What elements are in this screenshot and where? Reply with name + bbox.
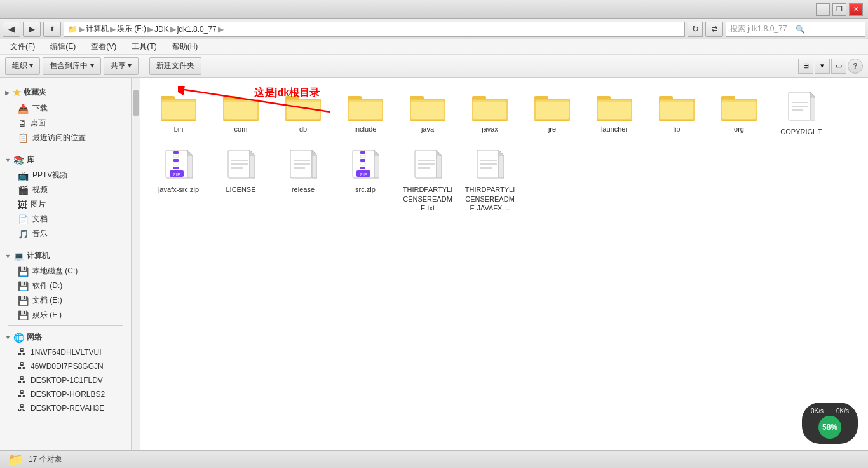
new-folder-button[interactable]: 新建文件夹 bbox=[149, 57, 201, 75]
drive-d-label: 软件 (D:) bbox=[32, 280, 62, 291]
recent-label: 最近访问的位置 bbox=[32, 132, 86, 143]
file-item[interactable]: THIRDPARTYLICENSEREADME.txt bbox=[399, 146, 456, 217]
sidebar-item-net5[interactable]: 🖧 DESKTOP-REVAH3E bbox=[0, 401, 131, 415]
path-version[interactable]: jdk1.8.0_77 bbox=[177, 25, 217, 34]
file-item[interactable]: THIRDPARTYLICENSEREADME-JAVAFX.... bbox=[461, 146, 519, 217]
drive-e-label: 文档 (E:) bbox=[32, 295, 62, 306]
net1-label: 1NWF64DHLVLTVUI bbox=[31, 348, 102, 357]
file-item[interactable]: launcher bbox=[586, 88, 643, 141]
file-name: release bbox=[292, 185, 315, 194]
file-item[interactable]: javax bbox=[461, 88, 519, 141]
share-button[interactable]: 共享 ▾ bbox=[104, 57, 139, 75]
file-icon-wrapper bbox=[476, 150, 504, 185]
file-item[interactable]: org bbox=[710, 88, 768, 141]
library-triangle: ▼ bbox=[5, 157, 11, 163]
library-section[interactable]: ▼ 📚 库 bbox=[0, 151, 131, 168]
sidebar-item-d[interactable]: 💾 软件 (D:) bbox=[0, 279, 131, 293]
path-computer[interactable]: 计算机 bbox=[86, 24, 109, 34]
file-item[interactable]: ZIP javafx-src.zip bbox=[150, 146, 207, 217]
search-box[interactable]: 搜索 jdk1.8.0_77 🔍 bbox=[726, 22, 865, 37]
sidebar-item-download[interactable]: 📥 下载 bbox=[0, 101, 131, 116]
upload-speed: 0K/s bbox=[811, 408, 824, 415]
view-arrow-button[interactable]: ▾ bbox=[815, 59, 830, 74]
file-item[interactable]: LICENSE bbox=[212, 146, 269, 217]
sidebar-item-pptv[interactable]: 📺 PPTV视频 bbox=[0, 168, 131, 182]
up-button[interactable]: ⬆ bbox=[43, 22, 61, 37]
sidebar-item-image[interactable]: 🖼 图片 bbox=[0, 197, 131, 212]
search-placeholder: 搜索 jdk1.8.0_77 bbox=[730, 24, 796, 34]
sidebar-item-video[interactable]: 🎬 视频 bbox=[0, 182, 131, 197]
minimize-button[interactable]: ─ bbox=[816, 3, 830, 16]
divider2 bbox=[8, 244, 123, 244]
preview-pane-button[interactable]: ▭ bbox=[831, 59, 846, 74]
menu-tools[interactable]: 工具(T) bbox=[126, 40, 161, 53]
image-icon: 🖼 bbox=[18, 200, 27, 210]
zip-icon: ZIP bbox=[165, 150, 193, 183]
file-item[interactable]: jre bbox=[524, 88, 581, 141]
file-item[interactable]: COPYRIGHT bbox=[773, 88, 830, 141]
menu-view[interactable]: 查看(V) bbox=[86, 40, 121, 53]
close-button[interactable]: ✕ bbox=[849, 3, 863, 16]
sidebar-scrollbar-thumb[interactable] bbox=[133, 90, 139, 116]
file-name: lib bbox=[673, 125, 680, 134]
view-icon-button[interactable]: ⊞ bbox=[798, 59, 813, 74]
file-item[interactable]: bin bbox=[150, 88, 207, 141]
path-drive[interactable]: 娱乐 (F:) bbox=[117, 24, 146, 34]
computer-section[interactable]: ▼ 💻 计算机 bbox=[0, 247, 131, 264]
file-item[interactable]: db bbox=[275, 88, 332, 141]
file-icon-wrapper bbox=[787, 92, 815, 127]
sidebar-item-c[interactable]: 💾 本地磁盘 (C:) bbox=[0, 264, 131, 279]
file-icon-wrapper: ZIP bbox=[351, 150, 379, 185]
file-icon-wrapper bbox=[414, 150, 442, 185]
favorites-star-icon: ★ bbox=[12, 86, 21, 99]
network-section[interactable]: ▼ 🌐 网络 bbox=[0, 328, 131, 345]
favorites-section[interactable]: ▶ ★ 收藏夹 bbox=[0, 83, 131, 101]
include-library-button[interactable]: 包含到库中 ▾ bbox=[43, 57, 100, 75]
address-bar: ◀ ▶ ⬆ 📁 ▶ 计算机 ▶ 娱乐 (F:) ▶ JDK ▶ jdk1.8.0… bbox=[0, 19, 868, 39]
back-button[interactable]: ◀ bbox=[3, 22, 20, 37]
sidebar-item-net1[interactable]: 🖧 1NWF64DHLVLTVUI bbox=[0, 345, 131, 359]
file-item[interactable]: lib bbox=[648, 88, 705, 141]
file-item[interactable]: ZIP src.zip bbox=[337, 146, 394, 217]
sidebar-item-desktop[interactable]: 🖥 桌面 bbox=[0, 116, 131, 130]
file-item[interactable]: release bbox=[275, 146, 332, 217]
file-name: THIRDPARTYLICENSEREADME.txt bbox=[402, 185, 453, 212]
file-item[interactable]: com bbox=[212, 88, 269, 141]
net4-label: DESKTOP-HORLBS2 bbox=[31, 390, 105, 399]
nav-extra-button[interactable]: ⇄ bbox=[705, 22, 723, 37]
svg-rect-6 bbox=[161, 99, 196, 102]
svg-rect-80 bbox=[312, 155, 317, 178]
sidebar-item-music[interactable]: 🎵 音乐 bbox=[0, 226, 131, 241]
sidebar-item-net2[interactable]: 🖧 46WD0DI7PS8GGJN bbox=[0, 359, 131, 373]
restore-button[interactable]: ❐ bbox=[832, 3, 846, 16]
svg-rect-16 bbox=[285, 99, 321, 102]
help-button[interactable]: ? bbox=[848, 59, 863, 74]
svg-rect-67 bbox=[173, 167, 179, 169]
forward-button[interactable]: ▶ bbox=[23, 22, 41, 37]
refresh-button[interactable]: ↻ bbox=[688, 22, 703, 37]
svg-rect-35 bbox=[536, 100, 569, 119]
sidebar-item-doc[interactable]: 📄 文档 bbox=[0, 212, 131, 226]
svg-rect-50 bbox=[722, 100, 756, 119]
sidebar-item-recent[interactable]: 📋 最近访问的位置 bbox=[0, 130, 131, 145]
search-icon: 🔍 bbox=[796, 25, 861, 34]
status-bar: 📁 17 个对象 bbox=[0, 450, 868, 468]
sidebar-item-net4[interactable]: 🖧 DESKTOP-HORLBS2 bbox=[0, 387, 131, 401]
file-item[interactable]: java bbox=[399, 88, 456, 141]
computer-label: 计算机 bbox=[27, 251, 50, 261]
organize-button[interactable]: 组织 ▾ bbox=[5, 57, 40, 75]
svg-rect-87 bbox=[374, 155, 379, 178]
sidebar-item-e[interactable]: 💾 文档 (E:) bbox=[0, 293, 131, 308]
sidebar-item-net3[interactable]: 🖧 DESKTOP-1C1FLDV bbox=[0, 373, 131, 387]
menu-help[interactable]: 帮助(H) bbox=[167, 40, 203, 53]
folder-icon bbox=[597, 92, 632, 123]
address-path[interactable]: 📁 ▶ 计算机 ▶ 娱乐 (F:) ▶ JDK ▶ jdk1.8.0_77 ▶ bbox=[64, 22, 685, 37]
sidebar-scrollbar[interactable] bbox=[132, 78, 140, 450]
svg-rect-46 bbox=[659, 99, 695, 102]
path-jdk[interactable]: JDK bbox=[154, 25, 169, 34]
menu-edit[interactable]: 编辑(E) bbox=[45, 40, 81, 53]
menu-file[interactable]: 文件(F) bbox=[5, 40, 40, 53]
file-item[interactable]: include bbox=[337, 88, 394, 141]
sidebar-item-f[interactable]: 💾 娱乐 (F:) bbox=[0, 308, 131, 322]
path-sep1: ▶ bbox=[110, 25, 116, 34]
